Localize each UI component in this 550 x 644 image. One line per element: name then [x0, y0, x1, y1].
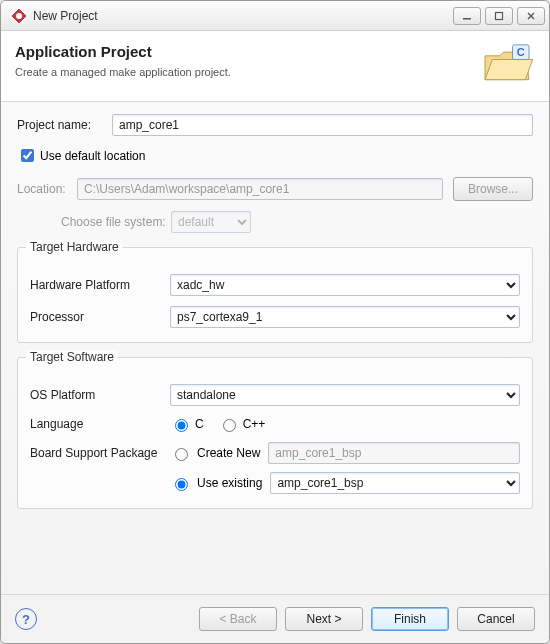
target-software-group: Target Software OS Platform standalone L… [17, 357, 533, 509]
project-name-input[interactable] [112, 114, 533, 136]
hardware-platform-select[interactable]: xadc_hw [170, 274, 520, 296]
minimize-button[interactable] [453, 7, 481, 25]
os-platform-label: OS Platform [30, 388, 170, 402]
next-button[interactable]: Next > [285, 607, 363, 631]
close-icon [526, 11, 536, 21]
processor-label: Processor [30, 310, 170, 324]
wizard-header: Application Project Create a managed mak… [1, 31, 549, 102]
project-name-label: Project name: [17, 118, 112, 132]
bsp-use-existing-select[interactable]: amp_core1_bsp [270, 472, 520, 494]
help-icon: ? [22, 612, 30, 627]
wizard-body: Project name: Use default location Locat… [1, 102, 549, 594]
maximize-icon [494, 11, 504, 21]
bsp-create-new-option[interactable]: Create New [170, 445, 260, 461]
hardware-platform-label: Hardware Platform [30, 278, 170, 292]
titlebar: New Project [1, 1, 549, 31]
svg-text:C: C [517, 46, 525, 58]
file-system-label: Choose file system: [61, 215, 171, 229]
cancel-button[interactable]: Cancel [457, 607, 535, 631]
minimize-icon [462, 11, 472, 21]
language-label: Language [30, 417, 170, 431]
help-button[interactable]: ? [15, 608, 37, 630]
svg-point-1 [16, 13, 22, 19]
svg-rect-2 [463, 18, 471, 20]
new-project-dialog: New Project Application Project Create a… [0, 0, 550, 644]
bsp-create-new-radio[interactable] [175, 448, 188, 461]
language-c-radio[interactable] [175, 419, 188, 432]
window-title: New Project [33, 9, 449, 23]
page-subtitle: Create a managed make application projec… [15, 66, 471, 78]
location-input [77, 178, 443, 200]
target-hardware-legend: Target Hardware [26, 240, 123, 254]
target-hardware-group: Target Hardware Hardware Platform xadc_h… [17, 247, 533, 343]
bsp-use-existing-radio[interactable] [175, 478, 188, 491]
wizard-footer: ? < Back Next > Finish Cancel [1, 594, 549, 643]
finish-button[interactable]: Finish [371, 607, 449, 631]
back-button: < Back [199, 607, 277, 631]
close-button[interactable] [517, 7, 545, 25]
location-label: Location: [17, 182, 77, 196]
bsp-create-new-input [268, 442, 520, 464]
language-cpp-radio[interactable] [223, 419, 236, 432]
processor-select[interactable]: ps7_cortexa9_1 [170, 306, 520, 328]
page-title: Application Project [15, 43, 471, 60]
os-platform-select[interactable]: standalone [170, 384, 520, 406]
target-software-legend: Target Software [26, 350, 118, 364]
file-system-select: default [171, 211, 251, 233]
use-default-location-label: Use default location [40, 149, 145, 163]
svg-rect-3 [496, 12, 503, 19]
language-cpp-option[interactable]: C++ [218, 416, 266, 432]
bsp-label: Board Support Package [30, 446, 170, 460]
bsp-use-existing-option[interactable]: Use existing [170, 475, 262, 491]
browse-button: Browse... [453, 177, 533, 201]
language-c-option[interactable]: C [170, 416, 204, 432]
maximize-button[interactable] [485, 7, 513, 25]
app-icon [11, 8, 27, 24]
use-default-location-checkbox[interactable] [21, 149, 34, 162]
folder-c-icon: C [479, 43, 535, 87]
